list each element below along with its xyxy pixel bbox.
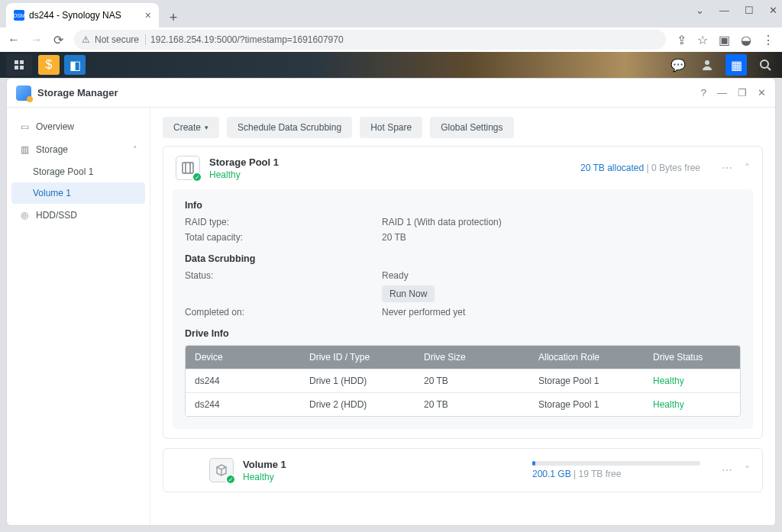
pool-health: Healthy: [209, 169, 279, 180]
svg-point-4: [705, 60, 709, 65]
pool-details: Info RAID type:RAID 1 (With data protect…: [173, 189, 753, 429]
run-now-button[interactable]: Run Now: [382, 285, 435, 302]
storage-pool-card: ✓ Storage Pool 1 Healthy 20 TB allocated…: [163, 146, 763, 439]
svg-rect-7: [183, 163, 193, 173]
window-close-icon[interactable]: ✕: [758, 87, 766, 98]
sidebar-item-storage[interactable]: ▥ Storage ˄: [11, 138, 145, 161]
storage-manager-window: Storage Manager ? — ❐ ✕ ▭ Overview ▥ Sto…: [6, 78, 776, 526]
expand-icon[interactable]: ˅: [745, 464, 750, 476]
storage-pool-icon: ✓: [176, 156, 200, 180]
scrub-status-label: Status:: [185, 270, 382, 281]
hdd-icon: ◎: [19, 210, 30, 221]
chat-icon[interactable]: 💬: [667, 54, 689, 76]
sidebar-item-volume-1[interactable]: Volume 1: [11, 182, 145, 204]
window-minimize-icon[interactable]: —: [717, 87, 727, 98]
check-icon: ✓: [225, 474, 236, 485]
capacity-value: 20 TB: [382, 232, 406, 243]
completed-value: Never performed yet: [382, 307, 465, 318]
hot-spare-button[interactable]: Hot Spare: [360, 117, 422, 138]
raid-type-label: RAID type:: [185, 217, 382, 227]
svg-line-6: [767, 67, 771, 70]
caret-down-icon: ▾: [205, 124, 208, 131]
table-header: Device Drive ID / Type Drive Size Alloca…: [186, 346, 740, 369]
window-maximize-icon[interactable]: ❐: [738, 87, 747, 98]
volume-health: Healthy: [243, 472, 286, 482]
overview-icon: ▭: [19, 121, 30, 132]
control-panel-icon[interactable]: ◧: [64, 55, 86, 75]
content-area: Create▾ Schedule Data Scrubbing Hot Spar…: [150, 108, 775, 525]
bookmark-icon[interactable]: ☆: [697, 33, 708, 47]
svg-rect-1: [20, 60, 24, 64]
svg-rect-2: [15, 66, 18, 69]
package-center-icon[interactable]: $: [38, 55, 60, 75]
sidebar-item-label: Overview: [36, 121, 74, 132]
svg-rect-3: [20, 66, 24, 69]
volume-title: Volume 1: [243, 459, 286, 470]
new-tab-button[interactable]: +: [163, 8, 183, 27]
main-menu-icon[interactable]: [6, 54, 32, 76]
drive-info-heading: Drive Info: [185, 328, 741, 339]
window-title: Storage Manager: [37, 87, 118, 98]
window-header: Storage Manager ? — ❐ ✕: [7, 79, 775, 108]
global-settings-button[interactable]: Global Settings: [430, 117, 513, 138]
completed-label: Completed on:: [185, 307, 382, 318]
scrub-heading: Data Scrubbing: [185, 253, 741, 264]
sidebar-item-storage-pool-1[interactable]: Storage Pool 1: [11, 161, 145, 182]
browser-tab[interactable]: DSM ds244 - Synology NAS ×: [6, 3, 159, 27]
scrub-status-value: Ready: [382, 270, 409, 281]
more-icon[interactable]: ⋯: [722, 162, 732, 174]
close-icon[interactable]: ✕: [769, 5, 777, 16]
pool-title: Storage Pool 1: [209, 156, 279, 168]
storage-manager-icon: [16, 85, 31, 101]
minimize-icon[interactable]: —: [719, 5, 729, 16]
sidebar-item-label: HDD/SSD: [36, 210, 77, 221]
info-heading: Info: [185, 200, 741, 211]
url-text: 192.168.254.19:5000/?timestamp=169160797…: [150, 34, 344, 45]
chevron-down-icon[interactable]: ⌄: [696, 5, 704, 16]
share-icon[interactable]: ⇪: [677, 33, 687, 47]
profile-icon[interactable]: ◒: [741, 33, 751, 47]
tab-close-icon[interactable]: ×: [145, 9, 151, 21]
forward-icon[interactable]: →: [31, 33, 43, 47]
back-icon[interactable]: ←: [8, 33, 20, 47]
user-icon[interactable]: [696, 54, 718, 76]
svg-point-5: [761, 60, 768, 68]
create-button[interactable]: Create▾: [163, 117, 219, 138]
not-secure-label: Not secure: [95, 34, 146, 45]
search-icon[interactable]: [755, 54, 776, 76]
sidebar: ▭ Overview ▥ Storage ˄ Storage Pool 1 Vo…: [7, 108, 150, 525]
table-row[interactable]: ds244 Drive 1 (HDD) 20 TB Storage Pool 1…: [186, 369, 740, 392]
chevron-up-icon: ˄: [133, 145, 137, 155]
pool-allocation: 20 TB allocated | 0 Bytes free: [580, 163, 700, 173]
storage-icon: ▥: [19, 144, 30, 155]
browser-chrome: ⌄ — ☐ ✕ DSM ds244 - Synology NAS × + ← →…: [0, 0, 782, 52]
table-row[interactable]: ds244 Drive 2 (HDD) 20 TB Storage Pool 1…: [186, 392, 740, 416]
drive-table: Device Drive ID / Type Drive Size Alloca…: [185, 345, 741, 417]
raid-type-value: RAID 1 (With data protection): [382, 217, 502, 227]
extensions-icon[interactable]: ▣: [719, 33, 730, 47]
widgets-icon[interactable]: ▦: [725, 54, 747, 76]
help-icon[interactable]: ?: [701, 87, 706, 98]
dsm-taskbar: $ ◧ 💬 ▦: [0, 52, 782, 78]
svg-rect-0: [15, 60, 18, 64]
sidebar-item-label: Volume 1: [33, 188, 71, 198]
more-icon[interactable]: ⋯: [722, 464, 732, 476]
favicon-icon: DSM: [14, 10, 24, 21]
volume-card: ✓ Volume 1 Healthy 200.1 GB | 19 TB free…: [163, 448, 763, 492]
sidebar-item-overview[interactable]: ▭ Overview: [11, 115, 145, 138]
address-bar[interactable]: ⚠ Not secure 192.168.254.19:5000/?timest…: [74, 30, 666, 50]
reload-icon[interactable]: ⟳: [53, 33, 63, 47]
sidebar-item-label: Storage: [36, 144, 68, 155]
schedule-scrubbing-button[interactable]: Schedule Data Scrubbing: [227, 117, 352, 138]
os-window-controls: ⌄ — ☐ ✕: [696, 5, 777, 16]
volume-usage-bar: [532, 461, 700, 466]
toolbar: Create▾ Schedule Data Scrubbing Hot Spar…: [163, 117, 763, 138]
maximize-icon[interactable]: ☐: [745, 5, 754, 16]
not-secure-icon: ⚠: [82, 34, 90, 45]
menu-icon[interactable]: ⋮: [762, 33, 774, 47]
volume-icon: ✓: [209, 458, 234, 482]
check-icon: ✓: [192, 172, 202, 182]
tab-title: ds244 - Synology NAS: [29, 10, 121, 21]
collapse-icon[interactable]: ˄: [745, 162, 750, 174]
sidebar-item-hdd-ssd[interactable]: ◎ HDD/SSD: [11, 204, 145, 227]
